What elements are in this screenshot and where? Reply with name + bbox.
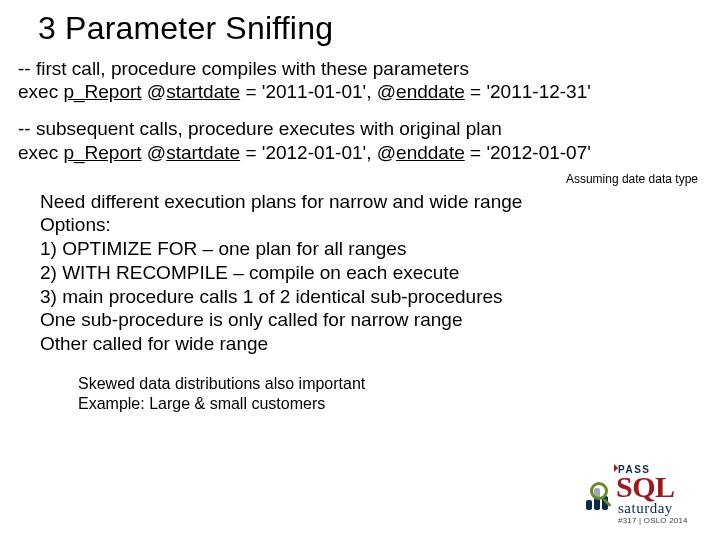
code-block-2: -- subsequent calls, procedure executes … <box>18 117 702 163</box>
body-line: Options: <box>40 213 702 237</box>
code-comment-1: -- first call, procedure compiles with t… <box>18 57 702 80</box>
code-comment-2: -- subsequent calls, procedure executes … <box>18 117 702 140</box>
footnote: Skewed data distributions also important… <box>78 374 702 414</box>
body-line: 2) WITH RECOMPILE – compile on each exec… <box>40 261 702 285</box>
body-text: Need different execution plans for narro… <box>40 190 702 356</box>
code-stmt-1: exec p_Report @startdate = '2011-01-01',… <box>18 80 702 103</box>
slide: 3 Parameter Sniffing -- first call, proc… <box>0 0 720 540</box>
footnote-line: Skewed data distributions also important <box>78 374 702 394</box>
logo-event-text: #317 | OSLO 2014 <box>618 516 688 525</box>
bar-icon <box>586 500 592 510</box>
body-line: Need different execution plans for narro… <box>40 190 702 214</box>
sql-saturday-logo: PASS SQL saturday #317 | OSLO 2014 <box>584 464 702 526</box>
logo-saturday-text: saturday <box>618 500 673 517</box>
body-line: 1) OPTIMIZE FOR – one plan for all range… <box>40 237 702 261</box>
caption-assuming: Assuming date data type <box>18 172 702 186</box>
slide-title: 3 Parameter Sniffing <box>38 10 702 47</box>
logo-sql-text: SQL <box>616 472 675 502</box>
body-line: One sub-procedure is only called for nar… <box>40 308 702 332</box>
footnote-line: Example: Large & small customers <box>78 394 702 414</box>
code-block-1: -- first call, procedure compiles with t… <box>18 57 702 103</box>
magnifier-icon <box>590 482 608 500</box>
code-stmt-2: exec p_Report @startdate = '2012-01-01',… <box>18 141 702 164</box>
body-line: 3) main procedure calls 1 of 2 identical… <box>40 285 702 309</box>
body-line: Other called for wide range <box>40 332 702 356</box>
